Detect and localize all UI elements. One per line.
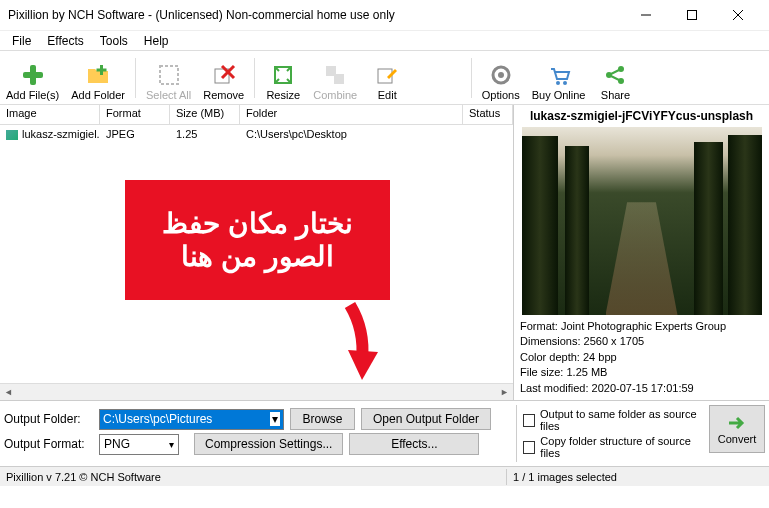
main-area: Image Format Size (MB) Folder Status luk… [0,105,769,400]
status-selection: 1 / 1 images selected [513,471,763,483]
combine-icon [323,63,347,87]
select-all-icon [157,63,181,87]
output-folder-label: Output Folder: [4,412,99,426]
preview-image [522,127,762,315]
svg-rect-1 [688,11,697,20]
col-size[interactable]: Size (MB) [170,105,240,124]
svg-line-23 [611,70,619,74]
window-title: Pixillion by NCH Software - (Unlicensed)… [8,8,623,22]
add-files-button[interactable]: Add File(s) [0,53,65,103]
meta-modified: Last modified: 2020-07-15 17:01:59 [520,381,763,396]
resize-button[interactable]: Resize [259,53,307,103]
open-output-folder-button[interactable]: Open Output Folder [361,408,491,430]
gear-icon [489,63,513,87]
minimize-button[interactable] [623,0,669,30]
same-folder-checkbox[interactable]: Output to same folder as source files [523,408,703,432]
menu-effects[interactable]: Effects [39,32,91,50]
options-button[interactable]: Options [476,53,526,103]
menu-tools[interactable]: Tools [92,32,136,50]
edit-icon [375,63,399,87]
menu-file[interactable]: File [4,32,39,50]
cart-icon [547,63,571,87]
checkbox-icon [523,441,535,454]
buy-online-button[interactable]: Buy Online [526,53,592,103]
plus-icon [21,63,45,87]
meta-dimensions: Dimensions: 2560 x 1705 [520,334,763,349]
close-button[interactable] [715,0,761,30]
checkbox-icon [523,414,535,427]
svg-point-17 [498,72,504,78]
folder-plus-icon [86,63,110,87]
menubar: File Effects Tools Help [0,30,769,50]
output-settings: Output Folder: C:\Users\pc\Pictures▾ Bro… [0,400,769,466]
copy-structure-checkbox[interactable]: Copy folder structure of source files [523,435,703,459]
annotation-arrow-icon [330,300,390,390]
table-row[interactable]: lukasz-szmigiel... JPEG 1.25 C:\Users\pc… [0,125,513,143]
preview-panel: lukasz-szmigiel-jFCViYFYcus-unsplash For… [514,105,769,400]
separator [506,469,507,485]
svg-rect-7 [97,68,107,71]
toolbar: Add File(s) Add Folder Select All Remove… [0,50,769,105]
svg-rect-14 [334,74,344,84]
share-icon [603,63,627,87]
meta-format: Format: Joint Photographic Experts Group [520,319,763,334]
col-image[interactable]: Image [0,105,100,124]
col-folder[interactable]: Folder [240,105,463,124]
scroll-left-button[interactable]: ◄ [0,384,17,401]
resize-icon [271,63,295,87]
share-button[interactable]: Share [591,53,639,103]
remove-button[interactable]: Remove [197,53,250,103]
maximize-button[interactable] [669,0,715,30]
svg-rect-5 [23,72,43,78]
select-all-button[interactable]: Select All [140,53,197,103]
image-file-icon [6,130,18,140]
statusbar: Pixillion v 7.21 © NCH Software 1 / 1 im… [0,466,769,486]
separator [471,58,472,98]
meta-filesize: File size: 1.25 MB [520,365,763,380]
preview-title: lukasz-szmigiel-jFCViYFYcus-unsplash [514,105,769,127]
file-list-panel: Image Format Size (MB) Folder Status luk… [0,105,514,400]
table-header: Image Format Size (MB) Folder Status [0,105,513,125]
browse-button[interactable]: Browse [290,408,355,430]
menu-help[interactable]: Help [136,32,177,50]
svg-point-19 [563,81,567,85]
horizontal-scrollbar[interactable]: ◄ ► [0,383,513,400]
convert-button[interactable]: Convert [709,405,765,453]
effects-button[interactable]: Effects... [349,433,479,455]
col-format[interactable]: Format [100,105,170,124]
col-status[interactable]: Status [463,105,513,124]
remove-icon [212,63,236,87]
preview-metadata: Format: Joint Photographic Experts Group… [514,315,769,400]
output-format-select[interactable]: PNG [99,434,179,455]
annotation-callout: نختار مكان حفظ الصور من هنا [125,180,390,300]
status-version: Pixillion v 7.21 © NCH Software [6,471,500,483]
svg-rect-8 [160,66,178,84]
meta-depth: Color depth: 24 bpp [520,350,763,365]
add-folder-button[interactable]: Add Folder [65,53,131,103]
svg-line-24 [611,76,619,80]
titlebar: Pixillion by NCH Software - (Unlicensed)… [0,0,769,30]
output-format-label: Output Format: [4,437,99,451]
combine-button[interactable]: Combine [307,53,363,103]
separator [254,58,255,98]
edit-button[interactable]: Edit [363,53,411,103]
output-folder-input[interactable]: C:\Users\pc\Pictures▾ [99,409,284,430]
svg-point-18 [556,81,560,85]
convert-icon [725,413,749,433]
compression-settings-button[interactable]: Compression Settings... [194,433,343,455]
scroll-right-button[interactable]: ► [496,384,513,401]
separator [135,58,136,98]
